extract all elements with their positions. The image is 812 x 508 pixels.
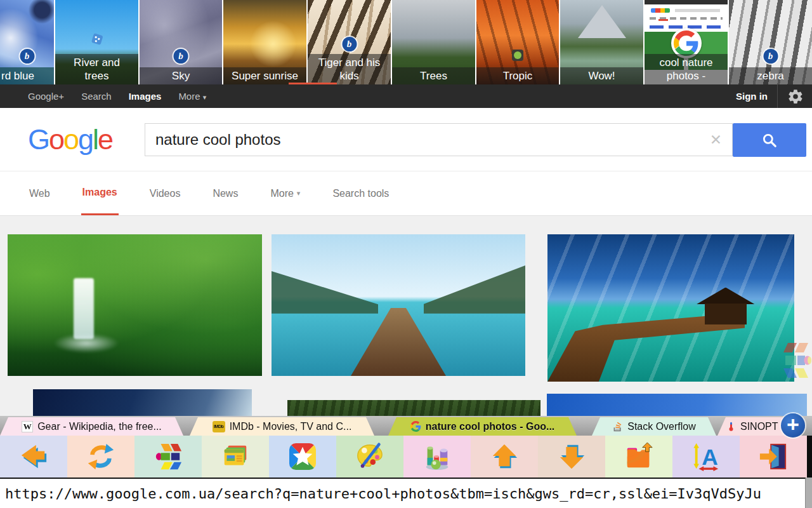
urlbar-right-filler — [806, 478, 812, 508]
refresh-icon — [86, 442, 115, 471]
result-image-lake-dock[interactable] — [272, 234, 525, 376]
new-tab-button[interactable]: + — [781, 413, 805, 438]
paint-palette-button[interactable] — [336, 436, 403, 478]
gallery-thumb-caption: rd blue — [0, 67, 54, 84]
gallery-thumb-sky[interactable]: b Sky — [140, 0, 222, 84]
browser-tab-title: Stack Overflow — [627, 421, 696, 432]
browser-tab-wikipedia[interactable]: W Gear - Wikipedia, the free... — [0, 417, 183, 436]
logo-letter: e — [98, 123, 112, 156]
google-nav-bar: Google+ Search Images More ▾ Sign in — [0, 84, 812, 108]
refresh-button[interactable] — [67, 436, 134, 478]
b-badge-icon: b — [174, 49, 188, 64]
nav-divider — [777, 84, 778, 108]
nav-google-plus[interactable]: Google+ — [28, 91, 64, 102]
magnifier-icon — [761, 132, 778, 149]
sign-in-button[interactable]: Sign in — [736, 91, 768, 102]
imdb-icon: IMDb — [213, 421, 225, 432]
back-arrow-icon — [19, 442, 48, 471]
hut-shape — [697, 288, 755, 324]
tab-search-tools[interactable]: Search tools — [331, 171, 390, 215]
gallery-thumb-caption: Tiger and his kids — [308, 54, 391, 84]
gallery-thumb-caption: Tropic — [476, 67, 559, 84]
nav-more[interactable]: More ▾ — [178, 91, 206, 102]
browser-tab-title: Gear - Wikipedia, the free... — [37, 421, 162, 432]
favorites-button[interactable] — [269, 436, 336, 478]
stackoverflow-icon — [612, 421, 623, 432]
gallery-thumb-river-and-trees[interactable]: River and trees — [55, 0, 138, 84]
nav-search[interactable]: Search — [81, 91, 112, 102]
skip-forward-button[interactable] — [134, 436, 202, 478]
nav-images[interactable]: Images — [129, 91, 162, 102]
result-image-dark-sky[interactable] — [33, 389, 252, 416]
clear-icon[interactable]: ✕ — [710, 131, 722, 149]
result-image-tropical-pier[interactable] — [547, 234, 794, 382]
gallery-thumb-tropic[interactable]: Tropic — [476, 0, 559, 84]
gallery-thumb-bird-blue[interactable]: b rd blue — [0, 0, 54, 84]
gallery-thumb-caption: Wow! — [560, 67, 643, 84]
windows-pages-button[interactable] — [202, 436, 269, 478]
waterfall-pool-shape — [53, 333, 119, 353]
b-badge-icon: b — [763, 49, 778, 64]
chevron-down-icon: ▾ — [203, 93, 207, 101]
browser-tab-active-google[interactable]: nature cool photos - Goo... — [388, 417, 577, 436]
chevron-down-icon: ▾ — [297, 189, 301, 197]
folder-upload-button[interactable] — [605, 436, 672, 478]
hill-shape — [272, 271, 378, 314]
exit-door-icon — [759, 442, 788, 471]
dock-shape — [351, 308, 446, 376]
gallery-thumb-super-sunrise[interactable]: Super sunrise — [223, 0, 306, 84]
favorites-star-icon — [288, 442, 317, 471]
search-input[interactable] — [145, 124, 732, 156]
mini-searchbox — [675, 9, 720, 12]
gallery-thumb-tiger[interactable]: b Tiger and his kids — [308, 0, 391, 84]
text-size-button[interactable]: A — [672, 436, 740, 478]
logo-letter: l — [93, 123, 98, 156]
browser-tab-stackoverflow[interactable]: Stack Overflow — [592, 417, 716, 436]
gear-icon[interactable] — [787, 88, 804, 105]
hill-shape — [424, 265, 525, 314]
toolbar-right-strip — [807, 436, 812, 478]
windows-pages-icon — [221, 442, 250, 471]
tab-videos[interactable]: Videos — [148, 171, 182, 215]
b-badge-icon: b — [342, 37, 357, 51]
browser-tab-title: SINOPT — [740, 421, 778, 432]
browser-tab-imdb[interactable]: IMDb IMDb - Movies, TV and C... — [190, 417, 374, 436]
exit-button[interactable] — [740, 436, 807, 478]
google-logo[interactable]: Google — [28, 123, 112, 156]
result-image-waterfall[interactable] — [8, 234, 262, 376]
search-input-wrap: ✕ — [145, 123, 733, 156]
gallery-thumb-caption: Sky — [140, 67, 222, 84]
download-button[interactable] — [538, 436, 605, 478]
paint-palette-icon — [355, 442, 384, 471]
tab-images[interactable]: Images — [81, 171, 119, 215]
gallery-thumb-trees[interactable]: Trees — [392, 0, 475, 84]
text-size-icon: A — [691, 442, 721, 471]
mini-page-topbar — [645, 0, 728, 4]
result-image-blue-sky[interactable] — [547, 394, 807, 416]
green-dot-icon — [511, 49, 524, 64]
statistics-button[interactable] — [403, 436, 471, 478]
gallery-thumb-zebra[interactable]: b zebra — [729, 0, 812, 84]
upload-button[interactable] — [471, 436, 538, 478]
result-image-forest[interactable] — [287, 400, 540, 416]
tab-more-label: More — [270, 188, 293, 199]
logo-letter: g — [78, 123, 93, 156]
browser-tab-title: nature cool photos - Goo... — [426, 421, 555, 432]
gallery-thumb-caption: Super sunrise — [223, 67, 306, 84]
logo-letter: G — [28, 123, 49, 156]
floating-skip-overlay-icon[interactable] — [771, 340, 812, 389]
gallery-thumb-caption: zebra — [729, 67, 812, 84]
dice-icon — [89, 32, 103, 48]
tab-web[interactable]: Web — [28, 171, 51, 215]
back-button[interactable] — [0, 436, 67, 478]
svg-text:A: A — [702, 444, 718, 470]
tab-more[interactable]: More▾ — [269, 171, 301, 215]
browser-tab-title: IMDb - Movies, TV and C... — [230, 421, 352, 432]
address-bar[interactable]: https://www.google.com.ua/search?q=natur… — [0, 478, 806, 508]
gallery-thumb-cool-nature-photos[interactable]: cool nature photos - — [645, 0, 728, 84]
statistics-chart-icon — [422, 442, 452, 471]
gallery-thumb-wow[interactable]: Wow! — [560, 0, 643, 84]
search-button[interactable] — [733, 123, 806, 157]
tab-news[interactable]: News — [211, 171, 239, 215]
image-results-grid — [0, 216, 812, 416]
